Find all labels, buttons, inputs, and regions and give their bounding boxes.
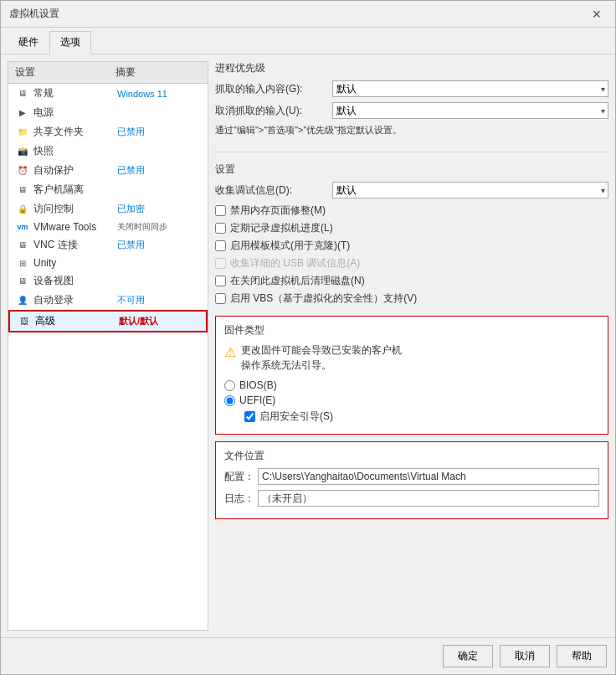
divider-1 [215,152,608,152]
collect-label: 收集调试信息(D): [215,183,332,198]
title-bar: 虚拟机设置 ✕ [1,1,615,28]
capture-select[interactable]: 默认 [332,80,608,97]
access-control-icon: 🔒 [15,204,30,215]
capture-label: 抓取的输入内容(G): [215,82,332,96]
checkbox-clean-disk-input[interactable] [215,276,226,286]
guest-isolation-label: 客户机隔离 [33,183,117,197]
list-item-vmware-tools[interactable]: vm VMware Tools 关闭时间同步 [8,219,208,235]
checkbox-log-progress-input[interactable] [215,223,226,234]
unity-label: Unity [33,257,117,269]
checkbox-template-mode-input[interactable] [215,240,226,251]
release-label: 取消抓取的输入(U): [215,104,332,118]
list-item-autologin[interactable]: 👤 自动登录 不可用 [8,291,208,310]
vmware-tools-label: VMware Tools [33,221,117,233]
ok-button[interactable]: 确定 [443,645,493,667]
release-select-wrapper[interactable]: 默认 [332,102,608,119]
shared-folders-label: 共享文件夹 [33,125,117,139]
advanced-icon: 🖼 [17,316,32,327]
config-label: 配置： [224,470,258,484]
snapshots-label: 快照 [33,144,117,158]
checkbox-template-mode: 启用模板模式(用于克隆)(T) [215,239,608,253]
left-header-settings: 设置 [15,65,116,80]
secure-boot-label: 启用安全引导(S) [259,410,333,424]
checkbox-log-progress-label: 定期记录虚拟机进度(L) [230,221,333,235]
bios-label: BIOS(B) [239,379,277,391]
list-item-vnc[interactable]: 🖥 VNC 连接 已禁用 [8,235,208,255]
checkbox-template-mode-label: 启用模板模式(用于克隆)(T) [230,239,350,253]
capture-select-wrapper[interactable]: 默认 [332,80,608,97]
checkbox-disable-memory: 禁用内存页面修整(M) [215,204,608,218]
log-input[interactable] [258,490,599,507]
autoprotect-label: 自动保护 [33,163,117,178]
autologin-icon: 👤 [15,295,30,307]
vmware-tools-icon: vm [15,221,30,233]
shared-folders-icon: 📁 [15,126,30,138]
vnc-icon: 🖥 [15,240,30,251]
list-item-general[interactable]: 🖥 常规 Windows 11 [8,84,208,103]
left-panel: 设置 摘要 🖥 常规 Windows 11 ▶ 电源 📁 [8,61,208,631]
config-file-row: 配置： [224,468,599,485]
secure-boot-checkbox[interactable] [244,411,255,422]
uefi-radio-row: UEFI(E) [224,394,599,406]
checkbox-disable-memory-label: 禁用内存页面修整(M) [230,204,326,218]
access-control-label: 访问控制 [33,202,117,216]
uefi-radio[interactable] [224,395,235,406]
tabs-bar: 硬件 选项 [1,28,615,54]
firmware-warning-row: ⚠ 更改固件可能会导致已安装的客户机操作系统无法引导。 [224,343,599,373]
help-button[interactable]: 帮助 [557,645,607,667]
device-view-icon: 🖥 [15,276,30,287]
list-item-autoprotect[interactable]: ⏰ 自动保护 已禁用 [8,161,208,180]
right-panel: 进程优先级 抓取的输入内容(G): 默认 取消抓取的输入(U): 默认 [215,61,608,631]
left-header-summary: 摘要 [116,65,136,80]
collect-select-wrapper[interactable]: 默认 [332,182,608,198]
checkbox-log-progress: 定期记录虚拟机进度(L) [215,221,608,235]
config-input[interactable] [258,468,599,485]
secure-boot-row: 启用安全引导(S) [244,410,599,424]
autologin-label: 自动登录 [33,293,117,307]
tab-hardware[interactable]: 硬件 [8,31,49,54]
checkbox-clean-disk: 在关闭此虚拟机后清理磁盘(N) [215,274,608,288]
list-item-power[interactable]: ▶ 电源 [8,103,208,122]
list-item-guest-isolation[interactable]: 🖥 客户机隔离 [8,180,208,199]
settings-section: 设置 收集调试信息(D): 默认 禁用内存页面修整(M) 定期记录虚拟机进度(L… [215,162,608,309]
list-item-advanced[interactable]: 🖼 高级 默认/默认 [8,310,208,332]
release-select[interactable]: 默认 [332,102,608,119]
list-item-access-control[interactable]: 🔒 访问控制 已加密 [8,199,208,219]
log-label: 日志： [224,492,258,506]
log-file-row: 日志： [224,490,599,507]
cancel-button[interactable]: 取消 [500,645,550,667]
tab-options[interactable]: 选项 [49,31,91,54]
settings-title: 设置 [215,162,608,177]
release-row: 取消抓取的输入(U): 默认 [215,102,608,119]
checkbox-disable-memory-input[interactable] [215,205,226,216]
collect-select[interactable]: 默认 [332,182,608,198]
window-title: 虚拟机设置 [9,7,59,21]
list-item-device-view[interactable]: 🖥 设备视图 [8,271,208,291]
advanced-label: 高级 [35,314,119,328]
checkbox-vbs: 启用 VBS（基于虚拟化的安全性）支持(V) [215,291,608,306]
bios-radio-row: BIOS(B) [224,379,599,391]
main-window: 虚拟机设置 ✕ 硬件 选项 设置 摘要 🖥 常规 Windows 11 [0,0,616,675]
access-control-value: 已加密 [117,203,145,215]
left-items-list: 🖥 常规 Windows 11 ▶ 电源 📁 共享文件夹 已禁用 [8,84,208,630]
file-location-section: 文件位置 配置： 日志： [215,441,608,519]
uefi-label: UEFI(E) [239,394,275,406]
general-label: 常规 [33,86,117,100]
advanced-value: 默认/默认 [119,315,158,327]
file-location-title: 文件位置 [224,449,599,463]
bios-radio[interactable] [224,380,235,391]
close-button[interactable]: ✕ [587,6,607,23]
process-priority-title: 进程优先级 [215,61,608,75]
firmware-title: 固件类型 [224,323,599,338]
content-area: 设置 摘要 🖥 常规 Windows 11 ▶ 电源 📁 [1,54,615,637]
shared-folders-value: 已禁用 [117,126,145,138]
process-priority-section: 进程优先级 抓取的输入内容(G): 默认 取消抓取的输入(U): 默认 [215,61,608,142]
firmware-section: 固件类型 ⚠ 更改固件可能会导致已安装的客户机操作系统无法引导。 BIOS(B)… [215,316,608,435]
vnc-value: 已禁用 [117,239,145,251]
power-label: 电源 [33,106,117,120]
list-item-shared-folders[interactable]: 📁 共享文件夹 已禁用 [8,122,208,142]
list-item-snapshots[interactable]: 📸 快照 [8,142,208,161]
checkbox-vbs-input[interactable] [215,293,226,304]
list-item-unity[interactable]: ⊞ Unity [8,255,208,271]
warning-icon: ⚠ [224,344,236,360]
